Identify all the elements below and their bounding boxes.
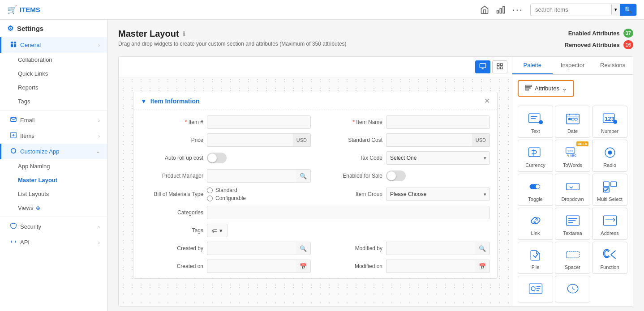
function-widget-label: Function [600, 264, 619, 270]
tags-button[interactable]: 🏷 ▾ [207, 224, 228, 237]
sidebar-item-collaboration[interactable]: Collaboration [0, 53, 107, 67]
enabled-attributes-count: 37 [623, 29, 633, 38]
sidebar-item-app-naming[interactable]: App Naming [0, 159, 107, 173]
standard-cost-input[interactable] [386, 133, 472, 147]
sidebar-item-tags[interactable]: Tags [0, 94, 107, 108]
svg-rect-16 [525, 89, 529, 90]
widget-multi-select[interactable]: Multi Select [592, 174, 627, 206]
close-section-button[interactable]: ✕ [484, 97, 490, 105]
field-categories: Categories [141, 206, 490, 219]
widget-function[interactable]: Function [592, 242, 627, 274]
svg-text:1: 1 [605, 116, 608, 122]
widget-date[interactable]: Date [555, 106, 590, 138]
field-created-by: Created by 🔍 [141, 242, 311, 255]
tab-revisions[interactable]: Revisions [592, 57, 633, 74]
svg-rect-3 [11, 42, 13, 43]
sidebar-item-quicklinks[interactable]: Quick Links [0, 67, 107, 81]
search-dropdown-button[interactable]: ▾ [611, 4, 620, 15]
sidebar-item-security[interactable]: Security › [0, 219, 107, 234]
price-input[interactable] [207, 133, 293, 147]
svg-rect-1 [500, 8, 501, 13]
widget-extra-1[interactable] [518, 276, 553, 302]
modified-on-input[interactable] [386, 260, 475, 273]
svg-rect-39 [603, 182, 609, 187]
chart-button[interactable] [496, 5, 505, 14]
created-by-input[interactable] [207, 242, 296, 255]
widget-towords[interactable]: BETA 123↳ABC ToWords [555, 140, 590, 172]
tax-code-select[interactable]: Select One [386, 151, 490, 165]
widget-number[interactable]: 123+ Number [592, 106, 627, 138]
views-add-icon[interactable]: ⊕ [36, 205, 40, 211]
customize-app-label: Customize App [20, 148, 59, 155]
widget-radio[interactable]: Radio [592, 140, 627, 172]
svg-rect-7 [11, 118, 16, 122]
bom-standard-option[interactable]: Standard [207, 187, 246, 193]
auto-rollup-label: Auto roll up cost [141, 155, 203, 161]
widget-file[interactable]: File [518, 242, 553, 274]
number-widget-label: Number [601, 128, 618, 134]
auto-rollup-toggle[interactable] [207, 153, 227, 163]
top-nav: 🛒 ITEMS ··· ▾ 🔍 [0, 0, 644, 20]
product-manager-search-btn[interactable]: 🔍 [296, 169, 311, 183]
search-submit-button[interactable]: 🔍 [620, 4, 636, 16]
item-name-input[interactable] [386, 115, 490, 129]
items-icon [10, 132, 17, 140]
search-input[interactable] [531, 4, 611, 15]
created-on-calendar-btn[interactable]: 📅 [296, 260, 311, 273]
widget-extra-2[interactable] [555, 276, 590, 302]
widget-toggle[interactable]: Toggle [518, 174, 553, 206]
field-modified-on: Modified on 📅 [320, 260, 490, 273]
svg-text:123: 123 [567, 149, 573, 153]
widget-address[interactable]: Address [592, 208, 627, 240]
widget-spacer[interactable]: Spacer [555, 242, 590, 274]
page-title-area: Master Layout ℹ Drag and drop widgets to… [118, 29, 347, 47]
sidebar-header: ⚙ Settings [0, 20, 107, 37]
svg-rect-0 [503, 6, 504, 13]
home-button[interactable] [480, 5, 489, 14]
item-name-label: Item Name [320, 119, 382, 125]
svg-text:+: + [540, 121, 541, 125]
page-subtitle: Drag and drop widgets to create your cus… [118, 41, 347, 47]
widget-text[interactable]: + Text [518, 106, 553, 138]
attributes-button[interactable]: Attributes ⌄ [518, 80, 574, 97]
bom-configurable-option[interactable]: Configurable [207, 195, 246, 201]
sidebar-item-customize-app[interactable]: Customize App ⌄ [0, 144, 107, 159]
sidebar-item-items[interactable]: Items › [0, 128, 107, 144]
widget-currency[interactable]: Currency [518, 140, 553, 172]
created-on-input[interactable] [207, 260, 296, 273]
sidebar-item-reports[interactable]: Reports [0, 81, 107, 94]
created-by-search-btn[interactable]: 🔍 [296, 242, 311, 255]
section-title: Item Information [150, 98, 200, 105]
sidebar-item-email[interactable]: Email › [0, 112, 107, 128]
widget-dropdown[interactable]: Dropdown [555, 174, 590, 206]
categories-input[interactable] [207, 206, 490, 219]
enabled-for-sale-toggle[interactable] [386, 170, 406, 181]
item-group-select[interactable]: Please Choose [386, 187, 490, 201]
modified-by-search-btn[interactable]: 🔍 [475, 242, 490, 255]
sidebar-item-master-layout[interactable]: Master Layout [0, 173, 107, 187]
more-options-button[interactable]: ··· [512, 4, 523, 16]
tab-inspector[interactable]: Inspector [553, 57, 593, 74]
bom-standard-radio[interactable] [207, 187, 213, 193]
sidebar-item-api[interactable]: API › [0, 234, 107, 250]
product-manager-input[interactable] [207, 169, 296, 183]
sidebar-item-general[interactable]: General › [0, 37, 107, 53]
widget-textarea[interactable]: Textarea [555, 208, 590, 240]
towords-widget-icon: 123↳ABC [563, 145, 582, 161]
svg-text:+: + [614, 120, 616, 124]
modified-on-calendar-btn[interactable]: 📅 [475, 260, 490, 273]
modified-by-input[interactable] [386, 242, 475, 255]
dropdown-widget-label: Dropdown [561, 196, 584, 202]
grid-view-btn[interactable] [492, 60, 507, 73]
widget-link[interactable]: Link [518, 208, 553, 240]
cart-icon: 🛒 [7, 5, 17, 15]
bom-configurable-radio[interactable] [207, 196, 213, 201]
sidebar-item-views[interactable]: Views ⊕ [0, 201, 107, 215]
tab-palette[interactable]: Palette [512, 57, 553, 74]
sidebar-item-list-layouts[interactable]: List Layouts [0, 187, 107, 201]
info-icon[interactable]: ℹ [183, 30, 185, 38]
canvas-area: ▼ Item Information ✕ Item # [118, 56, 633, 307]
item-number-input[interactable] [207, 115, 311, 129]
desktop-view-btn[interactable] [475, 60, 490, 73]
collapse-icon[interactable]: ▼ [141, 98, 147, 105]
